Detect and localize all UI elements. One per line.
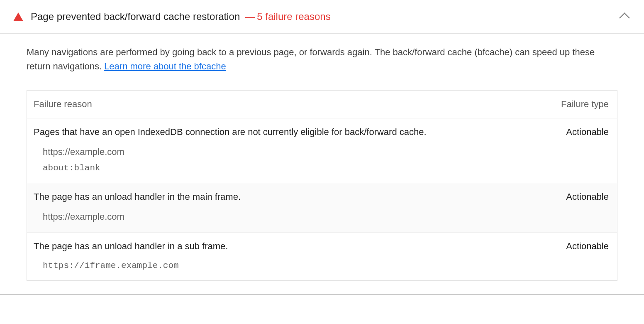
table-body: Pages that have an open IndexedDB connec…: [27, 118, 617, 280]
audit-body: Many navigations are performed by going …: [0, 34, 644, 292]
url-list: https://example.com: [34, 211, 610, 222]
failure-type-text: Actionable: [566, 191, 610, 202]
url-item: https://example.com: [43, 211, 610, 222]
col-header-reason: Failure reason: [34, 99, 561, 110]
row-top: The page has an unload handler in a sub …: [34, 241, 610, 252]
failure-reason-text: Pages that have an open IndexedDB connec…: [34, 127, 566, 137]
url-item: https://iframe.example.com: [43, 261, 610, 270]
audit-header[interactable]: Page prevented back/forward cache restor…: [0, 0, 644, 34]
header-text-group: Page prevented back/forward cache restor…: [31, 11, 331, 22]
failure-table: Failure reason Failure type Pages that h…: [27, 90, 617, 281]
table-row: The page has an unload handler in the ma…: [27, 183, 617, 233]
failure-reason-text: The page has an unload handler in a sub …: [34, 241, 566, 252]
failure-type-text: Actionable: [566, 241, 610, 252]
audit-description: Many navigations are performed by going …: [27, 45, 617, 74]
audit-dash: —: [245, 11, 255, 22]
failure-type-text: Actionable: [566, 127, 610, 137]
url-list: https://iframe.example.com: [34, 261, 610, 270]
url-item: about:blank: [43, 163, 610, 173]
bfcache-audit-panel: Page prevented back/forward cache restor…: [0, 0, 644, 295]
row-top: The page has an unload handler in the ma…: [34, 191, 610, 202]
audit-title: Page prevented back/forward cache restor…: [31, 11, 240, 22]
collapse-toggle[interactable]: [618, 9, 631, 24]
row-top: Pages that have an open IndexedDB connec…: [34, 127, 610, 137]
learn-more-link[interactable]: Learn more about the bfcache: [104, 61, 226, 71]
url-item: https://example.com: [43, 147, 610, 157]
audit-failure-count: 5 failure reasons: [257, 11, 330, 22]
table-row: The page has an unload handler in a sub …: [27, 233, 617, 280]
footer-divider: [0, 294, 644, 295]
error-triangle-icon: [13, 12, 23, 21]
col-header-type: Failure type: [561, 99, 610, 110]
failure-reason-text: The page has an unload handler in the ma…: [34, 191, 566, 202]
table-header-row: Failure reason Failure type: [27, 91, 617, 118]
table-row: Pages that have an open IndexedDB connec…: [27, 118, 617, 183]
chevron-up-icon: [619, 12, 629, 23]
url-list: https://example.comabout:blank: [34, 147, 610, 173]
